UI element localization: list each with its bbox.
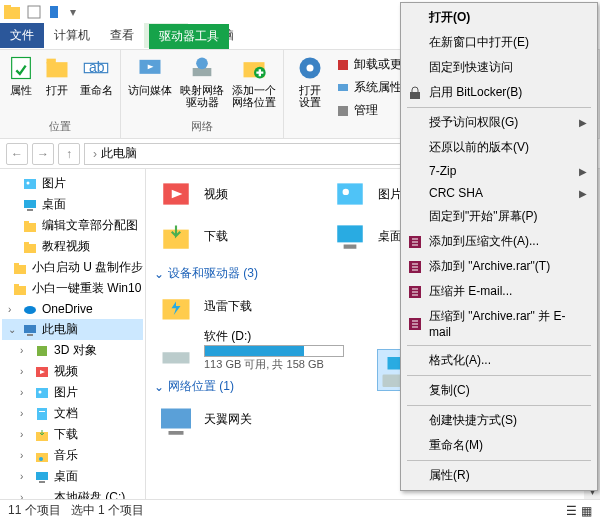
svg-rect-26 bbox=[24, 223, 36, 232]
folder-icon bbox=[22, 218, 38, 234]
map-drive-button[interactable]: 映射网络 驱动器 bbox=[179, 54, 225, 108]
tree-item[interactable]: ›3D 对象 bbox=[2, 340, 143, 361]
view-details-icon[interactable]: ☰ bbox=[566, 504, 577, 518]
app-icon bbox=[4, 4, 20, 20]
pictures-icon bbox=[330, 177, 370, 211]
folder-icon bbox=[22, 239, 38, 255]
qat-item[interactable] bbox=[48, 4, 64, 20]
context-menu-item[interactable]: 还原以前的版本(V) bbox=[403, 135, 595, 160]
breadcrumb-item[interactable]: 此电脑 bbox=[101, 145, 137, 162]
svg-rect-63 bbox=[410, 92, 420, 99]
access-media-button[interactable]: 访问媒体 bbox=[127, 54, 173, 108]
rar-icon bbox=[407, 316, 423, 332]
downloads-icon bbox=[156, 219, 196, 253]
svg-rect-0 bbox=[4, 7, 20, 19]
svg-rect-55 bbox=[337, 225, 363, 242]
tree-item[interactable]: 桌面 bbox=[2, 194, 143, 215]
tree-item[interactable]: 编辑文章部分配图 bbox=[2, 215, 143, 236]
svg-rect-33 bbox=[14, 284, 19, 287]
tab-view[interactable]: 查看 bbox=[100, 23, 144, 48]
context-menu-item[interactable]: 重命名(M) bbox=[403, 433, 595, 458]
context-menu-item[interactable]: 在新窗口中打开(E) bbox=[403, 30, 595, 55]
ribbon-group-network: 访问媒体 映射网络 驱动器 添加一个 网络位置 网络 bbox=[121, 50, 284, 138]
context-menu-item[interactable]: 压缩并 E-mail... bbox=[403, 279, 595, 304]
tree-item[interactable]: ›视频 bbox=[2, 361, 143, 382]
rename-button[interactable]: ab重命名 bbox=[78, 54, 114, 96]
folder-item[interactable]: 视频 bbox=[154, 175, 304, 213]
folder-item[interactable]: 下载 bbox=[154, 217, 304, 255]
tree-item[interactable]: ›图片 bbox=[2, 382, 143, 403]
netloc-item[interactable]: 天翼网关 bbox=[154, 399, 354, 439]
view-large-icon[interactable]: ▦ bbox=[581, 504, 592, 518]
folder-icon bbox=[12, 260, 28, 276]
qat-overflow[interactable]: ▾ bbox=[70, 5, 76, 19]
desktop-icon bbox=[34, 469, 50, 485]
context-menu-item[interactable]: 压缩到 "Archive.rar" 并 E-mail bbox=[403, 304, 595, 343]
context-menu-item[interactable]: 固定到"开始"屏幕(P) bbox=[403, 204, 595, 229]
docs-icon bbox=[34, 406, 50, 422]
nav-forward[interactable]: → bbox=[32, 143, 54, 165]
context-menu-item[interactable]: 授予访问权限(G)▶ bbox=[403, 110, 595, 135]
tree-item[interactable]: ⌄此电脑 bbox=[2, 319, 143, 340]
3d-icon bbox=[34, 343, 50, 359]
context-menu-item[interactable]: 添加到 "Archive.rar"(T) bbox=[403, 254, 595, 279]
context-menu-item[interactable]: 启用 BitLocker(B) bbox=[403, 80, 595, 105]
tree-item[interactable]: 小白启动 U 盘制作步 bbox=[2, 257, 143, 278]
nav-back[interactable]: ← bbox=[6, 143, 28, 165]
tab-file[interactable]: 文件 bbox=[0, 23, 44, 48]
disk-icon bbox=[34, 490, 50, 500]
tree-item[interactable]: 图片 bbox=[2, 173, 143, 194]
tab-drive-tools[interactable]: 驱动器工具 bbox=[149, 24, 229, 49]
svg-rect-18 bbox=[338, 84, 348, 91]
nav-up[interactable]: ↑ bbox=[58, 143, 80, 165]
tree-item[interactable]: ›文档 bbox=[2, 403, 143, 424]
tree-item[interactable]: 教程视频 bbox=[2, 236, 143, 257]
desktop-icon bbox=[330, 219, 370, 253]
context-menu-item[interactable]: 属性(R) bbox=[403, 463, 595, 488]
svg-rect-56 bbox=[344, 245, 357, 249]
context-menu-item[interactable]: 打开(O) bbox=[403, 5, 595, 30]
svg-rect-52 bbox=[337, 183, 363, 204]
context-menu: 打开(O)在新窗口中打开(E)固定到快速访问启用 BitLocker(B)授予访… bbox=[400, 2, 598, 491]
context-menu-item[interactable]: 复制(C) bbox=[403, 378, 595, 403]
svg-rect-3 bbox=[50, 6, 58, 18]
tree-item[interactable]: ›音乐 bbox=[2, 445, 143, 466]
svg-point-16 bbox=[307, 65, 314, 72]
context-menu-item[interactable]: CRC SHA▶ bbox=[403, 182, 595, 204]
svg-rect-5 bbox=[47, 62, 68, 77]
nav-tree[interactable]: 图片桌面编辑文章部分配图教程视频小白启动 U 盘制作步小白一键重装 Win10›… bbox=[0, 169, 146, 499]
svg-rect-48 bbox=[39, 481, 45, 483]
svg-point-41 bbox=[39, 390, 42, 393]
context-menu-item[interactable]: 格式化(A)... bbox=[403, 348, 595, 373]
gateway-icon bbox=[156, 401, 196, 437]
properties-button[interactable]: 属性 bbox=[6, 54, 36, 96]
tab-computer[interactable]: 计算机 bbox=[44, 23, 100, 48]
drive-item[interactable]: 迅雷下载 bbox=[154, 286, 354, 326]
context-menu-item[interactable]: 7-Zip▶ bbox=[403, 160, 595, 182]
desktop-icon bbox=[22, 197, 38, 213]
context-menu-item[interactable]: 固定到快速访问 bbox=[403, 55, 595, 80]
svg-rect-62 bbox=[388, 357, 401, 370]
thispc-icon bbox=[22, 322, 38, 338]
open-button[interactable]: 打开 bbox=[42, 54, 72, 96]
pictures-icon bbox=[34, 385, 50, 401]
add-netloc-button[interactable]: 添加一个 网络位置 bbox=[231, 54, 277, 108]
group-label-network: 网络 bbox=[127, 119, 277, 134]
tree-item[interactable]: 小白一键重装 Win10 bbox=[2, 278, 143, 299]
tree-item[interactable]: ›OneDrive bbox=[2, 299, 143, 319]
svg-rect-6 bbox=[47, 59, 56, 64]
tree-item[interactable]: ›本地磁盘 (C:) bbox=[2, 487, 143, 499]
context-menu-item[interactable]: 创建快捷方式(S) bbox=[403, 408, 595, 433]
svg-rect-1 bbox=[4, 5, 11, 8]
open-settings-button[interactable]: 打开 设置 bbox=[290, 54, 330, 108]
tree-item[interactable]: ›桌面 bbox=[2, 466, 143, 487]
svg-rect-49 bbox=[36, 499, 48, 500]
submenu-arrow-icon: ▶ bbox=[579, 188, 587, 199]
svg-rect-22 bbox=[24, 179, 36, 189]
qat-item[interactable] bbox=[26, 4, 42, 20]
chevron-down-icon: ⌄ bbox=[154, 267, 164, 281]
tree-item[interactable]: ›下载 bbox=[2, 424, 143, 445]
context-menu-item[interactable]: 添加到压缩文件(A)... bbox=[403, 229, 595, 254]
svg-rect-17 bbox=[338, 60, 348, 70]
drive-item[interactable]: 软件 (D:)113 GB 可用, 共 158 GB bbox=[154, 326, 354, 374]
